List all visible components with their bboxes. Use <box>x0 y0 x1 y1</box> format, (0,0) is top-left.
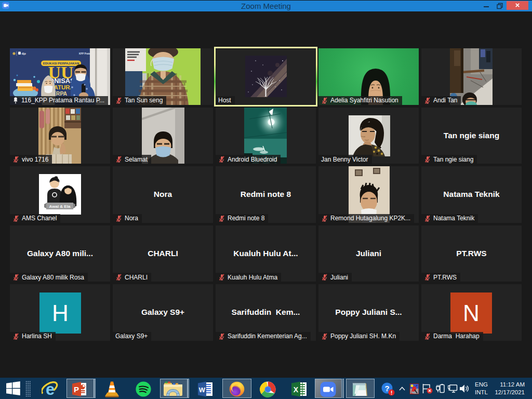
svg-text:djp: djp <box>22 52 26 55</box>
svg-text:Awal & Ela: Awal & Ela <box>49 204 71 209</box>
svg-text:X: X <box>294 385 299 394</box>
svg-text:P: P <box>74 385 79 394</box>
svg-text:W: W <box>199 386 206 394</box>
svg-text:KPP Prata: KPP Prata <box>79 52 90 55</box>
